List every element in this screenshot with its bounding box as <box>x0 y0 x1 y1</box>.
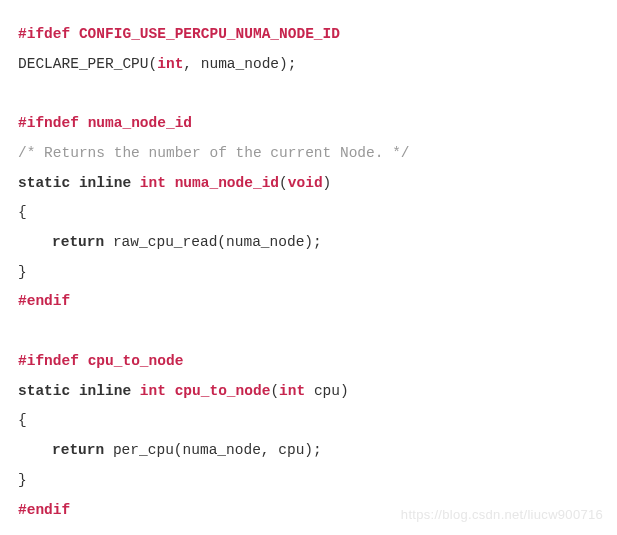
code-line: static inline int cpu_to_node(int cpu) <box>18 377 599 407</box>
blank-line <box>18 317 599 347</box>
keyword: inline <box>79 383 131 399</box>
delim: ( <box>279 175 288 191</box>
keyword: return <box>52 234 104 250</box>
comment-line: /* Returns the number of the current Nod… <box>18 139 599 169</box>
preproc-id: cpu_to_node <box>88 353 184 369</box>
brace-line: { <box>18 406 599 436</box>
code-line: static inline int numa_node_id(void) <box>18 169 599 199</box>
type-kw: int <box>279 383 305 399</box>
rest: per_cpu(numa_node, cpu); <box>104 442 322 458</box>
rest: raw_cpu_read(numa_node); <box>104 234 322 250</box>
brace: } <box>18 264 27 280</box>
code-line: DECLARE_PER_CPU(int, numa_node); <box>18 50 599 80</box>
preproc-id: CONFIG_USE_PERCPU_NUMA_NODE_ID <box>79 26 340 42</box>
rest: cpu) <box>305 383 349 399</box>
code-block: #ifdef CONFIG_USE_PERCPU_NUMA_NODE_ID DE… <box>18 20 599 525</box>
blank-line <box>18 79 599 109</box>
preproc: #ifndef <box>18 353 79 369</box>
keyword: static <box>18 175 70 191</box>
preproc-id: numa_node_id <box>88 115 192 131</box>
brace: } <box>18 472 27 488</box>
code-line: return per_cpu(numa_node, cpu); <box>18 436 599 466</box>
delim: ) <box>323 175 332 191</box>
comment: /* Returns the number of the current Nod… <box>18 145 410 161</box>
code-line: #ifndef numa_node_id <box>18 109 599 139</box>
code-line: #ifndef cpu_to_node <box>18 347 599 377</box>
type-kw: void <box>288 175 323 191</box>
func-name: numa_node_id <box>175 175 279 191</box>
code-line: #endif <box>18 287 599 317</box>
keyword: inline <box>79 175 131 191</box>
delim: ( <box>149 56 158 72</box>
code-line: #ifdef CONFIG_USE_PERCPU_NUMA_NODE_ID <box>18 20 599 50</box>
preproc: #endif <box>18 293 70 309</box>
code-line: #endif <box>18 496 599 526</box>
brace-line: { <box>18 198 599 228</box>
rest: , numa_node); <box>183 56 296 72</box>
preproc: #ifndef <box>18 115 79 131</box>
call: DECLARE_PER_CPU <box>18 56 149 72</box>
preproc: #ifdef <box>18 26 70 42</box>
brace: { <box>18 204 27 220</box>
preproc: #endif <box>18 502 70 518</box>
type-kw: int <box>157 56 183 72</box>
delim: ( <box>270 383 279 399</box>
brace: { <box>18 412 27 428</box>
code-line: return raw_cpu_read(numa_node); <box>18 228 599 258</box>
type-kw: int <box>140 175 166 191</box>
type-kw: int <box>140 383 166 399</box>
brace-line: } <box>18 258 599 288</box>
brace-line: } <box>18 466 599 496</box>
keyword: static <box>18 383 70 399</box>
keyword: return <box>52 442 104 458</box>
func-name: cpu_to_node <box>175 383 271 399</box>
